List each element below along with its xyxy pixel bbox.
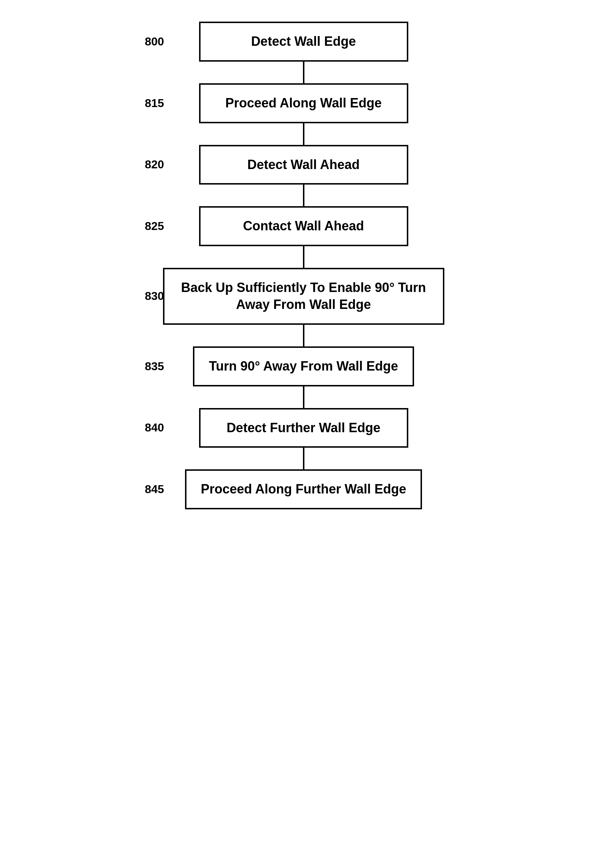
step-815: 815Proceed Along Wall Edge [123, 83, 484, 123]
step-800-label: 800 [145, 35, 164, 48]
step-845-label: 845 [145, 483, 164, 496]
step-830: 830Back Up Sufficiently To Enable 90° Tu… [123, 268, 484, 325]
step-825: 825Contact Wall Ahead [123, 206, 484, 246]
step-830-box: Back Up Sufficiently To Enable 90° Turn … [163, 268, 444, 325]
step-800: 800Detect Wall Edge [123, 22, 484, 62]
connector-5 [303, 386, 304, 408]
step-825-label: 825 [145, 220, 164, 233]
connector-2 [303, 184, 304, 206]
step-840-label: 840 [145, 421, 164, 434]
step-800-box: Detect Wall Edge [199, 22, 408, 62]
step-835-box: Turn 90° Away From Wall Edge [193, 346, 414, 386]
step-820-label: 820 [145, 158, 164, 171]
connector-6 [303, 448, 304, 469]
step-840-box: Detect Further Wall Edge [199, 408, 408, 448]
step-815-label: 815 [145, 97, 164, 110]
connector-1 [303, 123, 304, 145]
step-830-label: 830 [145, 290, 164, 303]
step-820-box: Detect Wall Ahead [199, 145, 408, 185]
step-835-label: 835 [145, 360, 164, 373]
step-845: 845Proceed Along Further Wall Edge [123, 469, 484, 509]
step-815-box: Proceed Along Wall Edge [199, 83, 408, 123]
flowchart: 800Detect Wall Edge815Proceed Along Wall… [123, 22, 484, 509]
connector-3 [303, 246, 304, 268]
step-820: 820Detect Wall Ahead [123, 145, 484, 185]
step-840: 840Detect Further Wall Edge [123, 408, 484, 448]
step-845-box: Proceed Along Further Wall Edge [185, 469, 422, 509]
step-825-box: Contact Wall Ahead [199, 206, 408, 246]
connector-4 [303, 325, 304, 346]
step-835: 835Turn 90° Away From Wall Edge [123, 346, 484, 386]
connector-0 [303, 62, 304, 83]
